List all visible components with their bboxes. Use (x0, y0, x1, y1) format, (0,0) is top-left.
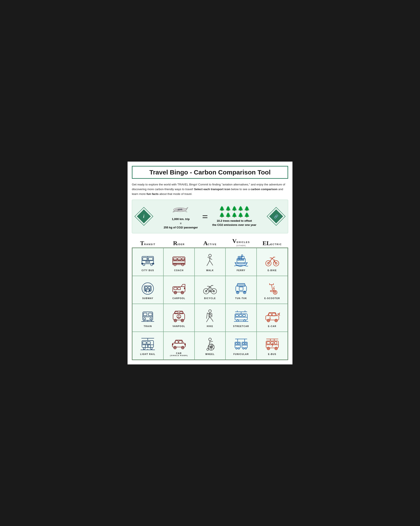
cell-ferry[interactable]: FERRY (225, 248, 257, 276)
cell-wheel[interactable]: WHEEL (195, 332, 226, 360)
svg-point-117 (174, 319, 177, 322)
svg-rect-197 (245, 343, 246, 344)
tuktuk-label: TUK-TUK (235, 297, 247, 300)
svg-rect-65 (178, 287, 181, 290)
svg-line-129 (206, 320, 208, 322)
svg-line-130 (212, 320, 213, 322)
cell-city-bus[interactable]: CITY BUS (132, 248, 163, 276)
tree-icon: 🌲 (225, 212, 231, 218)
svg-point-189 (207, 349, 209, 350)
svg-line-28 (210, 257, 210, 261)
cell-streetcar[interactable]: STREETCAR (225, 304, 257, 332)
plane-icon (171, 203, 190, 216)
svg-rect-101 (149, 313, 152, 316)
cell-walk[interactable]: WALK (195, 248, 226, 276)
intro-bold-1: Select each transport icon (194, 188, 230, 191)
svg-rect-38 (240, 259, 241, 260)
bicycle-icon (202, 280, 218, 296)
svg-point-60 (149, 290, 150, 291)
svg-rect-175 (185, 344, 186, 345)
cell-escooter[interactable]: E-SCOOTER (257, 276, 288, 304)
cell-bicycle[interactable]: BICYCLE (195, 276, 226, 304)
wheel-icon (202, 336, 218, 352)
svg-line-188 (210, 341, 213, 342)
city-bus-label: CITY BUS (141, 269, 154, 272)
vanpool-label: VANPOOL (173, 325, 185, 327)
svg-point-4 (178, 209, 179, 210)
tree-icon: 🌲 (219, 212, 225, 218)
cell-hike[interactable]: HIKE (195, 304, 226, 332)
svg-point-5 (179, 209, 181, 210)
cell-ebike[interactable]: E-BIKE (257, 248, 288, 276)
svg-rect-132 (236, 314, 239, 316)
info-diamond[interactable]: i (134, 207, 153, 226)
wheel-label: WHEEL (205, 353, 215, 355)
cell-ecar[interactable]: E-CAR (257, 304, 288, 332)
tree-icon: 🌲 (219, 206, 225, 212)
svg-rect-165 (146, 345, 148, 348)
tree-icon: 🌲 (225, 206, 231, 212)
train-label: TRAIN (144, 325, 152, 327)
svg-rect-192 (236, 343, 238, 344)
svg-rect-37 (238, 259, 239, 260)
svg-line-33 (207, 264, 208, 266)
svg-point-176 (209, 338, 212, 341)
svg-rect-154 (143, 342, 146, 344)
tuktuk-icon (234, 280, 249, 296)
tree-icon: 🌲 (244, 206, 250, 212)
cell-vanpool[interactable]: VANPOOL (163, 304, 195, 332)
svg-rect-94 (270, 291, 276, 292)
cell-carpool[interactable]: CARPOOL (163, 276, 195, 304)
link-diamond[interactable]: 🔗 (267, 207, 286, 226)
svg-point-171 (181, 346, 184, 349)
svg-rect-85 (236, 286, 246, 292)
vanpool-icon (171, 308, 186, 324)
col-header-active: ACTIVE (195, 240, 225, 247)
svg-point-54 (142, 283, 154, 294)
escooter-label: E-SCOOTER (264, 297, 280, 300)
svg-line-31 (208, 261, 210, 264)
trees-row-1: 🌲 🌲 🌲 🌲 🌲 (219, 206, 250, 212)
svg-rect-155 (147, 342, 150, 344)
cell-car-single[interactable]: CAR (SINGLE RIDER) (163, 332, 195, 360)
lightrail-icon (140, 336, 156, 352)
city-bus-icon (140, 253, 156, 268)
lightrail-label: LIGHT RAIL (140, 353, 156, 355)
cell-subway[interactable]: SUBWAY (132, 276, 163, 304)
walk-icon (202, 253, 218, 268)
svg-rect-17 (146, 262, 150, 263)
col-header-vehicles: VEHICLES (OTHER) (226, 238, 256, 247)
ecar-icon (264, 308, 280, 324)
cell-lightrail[interactable]: LIGHT RAIL (132, 332, 163, 360)
svg-rect-8 (143, 258, 147, 260)
coach-label: COACH (174, 269, 184, 272)
page-title: Travel Bingo - Carbon Comparison Tool (137, 169, 283, 176)
ferry-icon (234, 253, 249, 268)
svg-point-214 (275, 348, 277, 349)
svg-rect-57 (148, 287, 150, 289)
svg-point-27 (209, 254, 212, 257)
car-single-sublabel: (SINGLE RIDER) (170, 354, 188, 356)
svg-point-149 (275, 320, 277, 321)
cell-tuktuk[interactable]: TUK-TUK (225, 276, 257, 304)
title-box: Travel Bingo - Carbon Comparison Tool (132, 166, 288, 179)
funicular-icon (234, 336, 249, 352)
svg-point-104 (150, 318, 152, 320)
svg-line-185 (209, 341, 210, 344)
svg-point-121 (209, 310, 212, 313)
cell-coach[interactable]: COACH (163, 248, 195, 276)
intro-bold-2: carbon comparison (251, 188, 277, 191)
cell-funicular[interactable]: FUNICULAR (225, 332, 257, 360)
car-single-icon (171, 335, 186, 351)
ebike-label: E-BIKE (268, 269, 277, 272)
svg-marker-3 (186, 207, 188, 210)
hike-label: HIKE (207, 325, 213, 327)
svg-rect-100 (144, 313, 147, 316)
cell-train[interactable]: TRAIN (132, 304, 163, 332)
svg-rect-209 (274, 342, 277, 344)
tree-icon: 🌲 (238, 212, 244, 218)
svg-line-127 (208, 317, 210, 320)
cell-ebus[interactable]: E-BUS (257, 332, 288, 360)
svg-point-92 (273, 291, 277, 294)
bingo-grid: CITY BUS COACH (132, 248, 288, 360)
